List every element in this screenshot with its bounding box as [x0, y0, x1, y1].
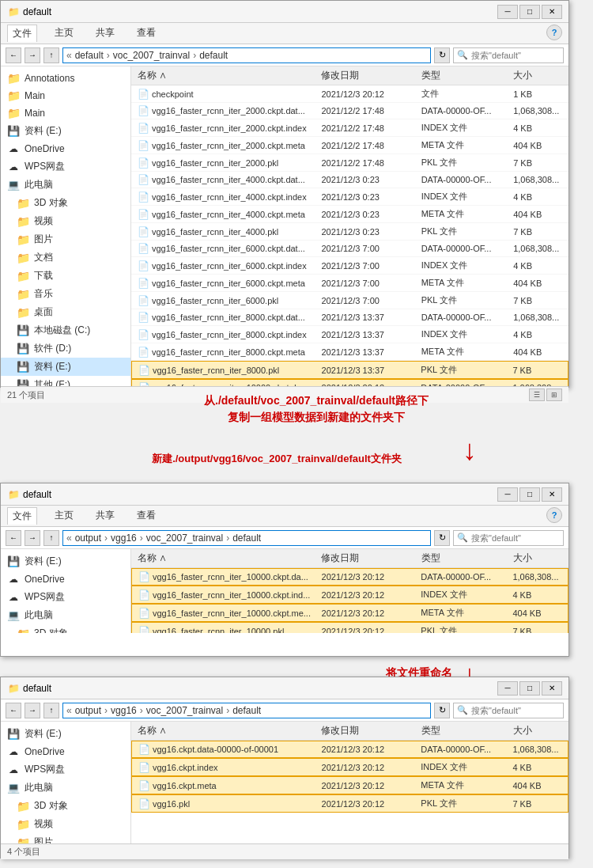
forward-button-1[interactable]: →	[25, 47, 40, 63]
file-row[interactable]: 📄vgg16_faster_rcnn_iter_10000.ckpt.da...…	[131, 379, 568, 386]
path-part-voc[interactable]: voc_2007_trainval	[113, 50, 190, 61]
maximize-button-3[interactable]: □	[519, 681, 540, 696]
tab-share-1[interactable]: 共享	[91, 25, 119, 42]
tab-home-2[interactable]: 主页	[50, 507, 78, 525]
up-button-3[interactable]: ↑	[43, 703, 59, 718]
refresh-button-2[interactable]: ↻	[434, 530, 450, 546]
col-header-type[interactable]: 类型	[415, 69, 508, 82]
path-vgg16[interactable]: vgg16	[111, 533, 137, 544]
file-row[interactable]: 📄vgg16_faster_rcnn_iter_6000.ckpt.meta20…	[131, 275, 568, 292]
back-button-3[interactable]: ←	[6, 703, 21, 718]
sidebar-item-video[interactable]: 📁 视频	[1, 212, 130, 230]
minimize-button-3[interactable]: ─	[497, 681, 518, 696]
path-voc-3[interactable]: voc_2007_trainval	[146, 705, 223, 716]
file-row[interactable]: 📄vgg16_faster_rcnn_iter_2000.ckpt.meta20…	[131, 137, 568, 154]
address-path-1[interactable]: « default › voc_2007_trainval › default	[62, 47, 431, 63]
sidebar-2-3d[interactable]: 📁 3D 对象	[1, 624, 130, 633]
search-box-2[interactable]: 🔍	[453, 530, 564, 546]
sidebar-3-video[interactable]: 📁 视频	[1, 815, 130, 833]
sidebar-2-thispc[interactable]: 💻 此电脑	[1, 606, 130, 624]
sidebar-item-drive-f[interactable]: 💾 其他 (F:)	[1, 376, 130, 386]
close-button-1[interactable]: ✕	[542, 5, 562, 19]
path-output[interactable]: output	[75, 533, 101, 544]
col-header-date[interactable]: 修改日期	[315, 69, 414, 82]
sidebar-item-drive-d[interactable]: 💾 软件 (D:)	[1, 339, 130, 358]
col-header-name-2[interactable]: 名称 ∧	[131, 552, 315, 565]
file-row[interactable]: 📄vgg16_faster_rcnn_iter_8000.pkl2021/12/…	[131, 361, 568, 379]
search-box-3[interactable]: 🔍	[453, 703, 564, 718]
file-row[interactable]: 📄vgg16_faster_rcnn_iter_4000.ckpt.index2…	[131, 188, 568, 206]
file-row[interactable]: 📄vgg16.ckpt.data-00000-of-000012021/12/3…	[131, 741, 568, 758]
sidebar-item-3d[interactable]: 📁 3D 对象	[1, 194, 130, 212]
minimize-button-1[interactable]: ─	[497, 5, 518, 19]
close-button-3[interactable]: ✕	[542, 681, 562, 696]
maximize-button-1[interactable]: □	[519, 5, 540, 19]
maximize-button-2[interactable]: □	[519, 487, 540, 502]
sidebar-3-pictures[interactable]: 📁 图片	[1, 833, 130, 843]
file-row[interactable]: 📄vgg16_faster_rcnn_iter_2000.ckpt.dat...…	[131, 103, 568, 119]
window-3[interactable]: 📁 default ─ □ ✕ ← → ↑ « output › vgg16 ›…	[0, 677, 569, 859]
sidebar-3-thispc[interactable]: 💻 此电脑	[1, 779, 130, 797]
window-2[interactable]: 📁 default ─ □ ✕ 文件 主页 共享 查看 ? ← → ↑ « ou…	[0, 483, 569, 657]
sidebar-item-pictures[interactable]: 📁 图片	[1, 230, 130, 248]
file-row[interactable]: 📄vgg16_faster_rcnn_iter_6000.ckpt.dat...…	[131, 241, 568, 257]
sidebar-2-onedrive[interactable]: ☁ OneDrive	[1, 570, 130, 588]
tab-file-1[interactable]: 文件	[7, 25, 37, 42]
window-controls-2[interactable]: ─ □ ✕	[497, 487, 562, 502]
sidebar-3-drive-e[interactable]: 💾 资料 (E:)	[1, 725, 130, 743]
refresh-button-1[interactable]: ↻	[434, 47, 450, 63]
file-row[interactable]: 📄vgg16_faster_rcnn_iter_2000.pkl2021/12/…	[131, 154, 568, 172]
tab-share-2[interactable]: 共享	[91, 507, 119, 525]
window-controls-3[interactable]: ─ □ ✕	[497, 681, 562, 696]
address-path-3[interactable]: « output › vgg16 › voc_2007_trainval › d…	[62, 703, 431, 718]
sidebar-3-3d[interactable]: 📁 3D 对象	[1, 797, 130, 815]
col-header-date-3[interactable]: 修改日期	[315, 724, 414, 737]
col-header-type-2[interactable]: 类型	[415, 552, 508, 565]
col-header-size[interactable]: 大小	[507, 69, 568, 82]
sidebar-item-main1[interactable]: 📁 Main	[1, 87, 130, 104]
up-button-1[interactable]: ↑	[43, 47, 59, 63]
sidebar-2-drive-e[interactable]: 💾 资料 (E:)	[1, 552, 130, 570]
file-row[interactable]: 📄vgg16_faster_rcnn_iter_4000.ckpt.dat...…	[131, 172, 568, 188]
col-header-name-3[interactable]: 名称 ∧	[131, 724, 315, 737]
sidebar-item-onedrive[interactable]: ☁ OneDrive	[1, 140, 130, 157]
file-row[interactable]: 📄vgg16_faster_rcnn_iter_10000.ckpt.me...…	[131, 604, 568, 622]
sidebar-item-main2[interactable]: 📁 Main	[1, 104, 130, 122]
back-button-2[interactable]: ←	[6, 530, 21, 546]
search-input-3[interactable]	[471, 706, 560, 715]
path-default-3[interactable]: default	[232, 705, 261, 716]
search-box-1[interactable]: 🔍	[453, 47, 564, 63]
path-default3[interactable]: default	[232, 533, 261, 544]
path-part-default2[interactable]: default	[199, 50, 228, 61]
sidebar-item-drive-e2[interactable]: 💾 资料 (E:)	[1, 358, 130, 376]
col-header-size-3[interactable]: 大小	[507, 724, 568, 737]
file-row[interactable]: 📄vgg16_faster_rcnn_iter_10000.pkl2021/12…	[131, 622, 568, 633]
file-row[interactable]: 📄vgg16_faster_rcnn_iter_4000.pkl2021/12/…	[131, 223, 568, 241]
forward-button-3[interactable]: →	[25, 703, 40, 718]
sidebar-item-annotations[interactable]: 📁 Annotations	[1, 70, 130, 87]
file-row[interactable]: 📄vgg16_faster_rcnn_iter_10000.ckpt.ind..…	[131, 586, 568, 604]
file-row[interactable]: 📄vgg16_faster_rcnn_iter_4000.ckpt.meta20…	[131, 206, 568, 223]
file-row[interactable]: 📄vgg16_faster_rcnn_iter_8000.ckpt.meta20…	[131, 343, 568, 361]
sidebar-item-drive-e1[interactable]: 💾 资料 (E:)	[1, 122, 130, 140]
file-row[interactable]: 📄vgg16.ckpt.index2021/12/3 20:12INDEX 文件…	[131, 758, 568, 776]
tab-view-1[interactable]: 查看	[132, 25, 161, 42]
col-header-size-2[interactable]: 大小	[507, 552, 568, 565]
search-input-2[interactable]	[471, 533, 560, 543]
file-row[interactable]: 📄vgg16.pkl2021/12/3 20:12PKL 文件7 KB	[131, 794, 568, 813]
sidebar-item-wps[interactable]: ☁ WPS网盘	[1, 157, 130, 176]
back-button-1[interactable]: ←	[6, 47, 21, 63]
file-row[interactable]: 📄vgg16.ckpt.meta2021/12/3 20:12META 文件40…	[131, 776, 568, 794]
help-button-2[interactable]: ?	[546, 507, 562, 523]
path-part-default1[interactable]: default	[75, 50, 104, 61]
file-row[interactable]: 📄vgg16_faster_rcnn_iter_2000.ckpt.index2…	[131, 119, 568, 137]
path-output-3[interactable]: output	[75, 705, 101, 716]
file-row[interactable]: 📄vgg16_faster_rcnn_iter_8000.ckpt.dat...…	[131, 309, 568, 326]
tab-home-1[interactable]: 主页	[50, 25, 78, 42]
search-input-1[interactable]	[471, 51, 560, 60]
sidebar-item-desktop[interactable]: 📁 桌面	[1, 303, 130, 321]
sidebar-3-wps[interactable]: ☁ WPS网盘	[1, 760, 130, 779]
close-button-2[interactable]: ✕	[542, 487, 562, 502]
sidebar-item-downloads[interactable]: 📁 下载	[1, 267, 130, 285]
col-header-type-3[interactable]: 类型	[415, 724, 508, 737]
